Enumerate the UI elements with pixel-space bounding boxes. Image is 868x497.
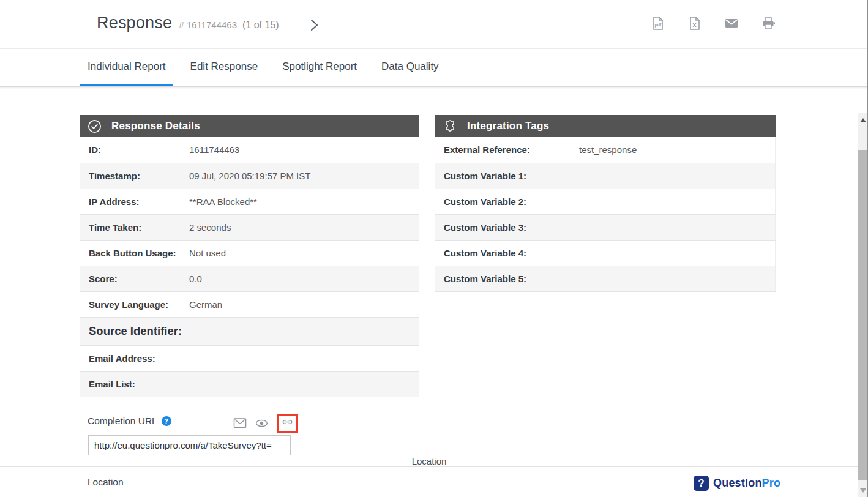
- table-row: Email Address:: [80, 345, 419, 371]
- row-label: IP Address:: [80, 189, 181, 214]
- row-value: [181, 371, 419, 397]
- table-row: Custom Variable 1:: [435, 163, 776, 189]
- email-icon[interactable]: [724, 16, 739, 31]
- row-value: 0.0: [181, 266, 419, 291]
- report-tab[interactable]: Edit Response: [183, 50, 266, 86]
- row-value: [571, 189, 776, 214]
- triangle-down-icon: [860, 488, 866, 493]
- table-row: Email List:: [80, 371, 419, 397]
- row-value: 09 Jul, 2020 05:19:57 PM IST: [181, 163, 419, 189]
- response-details-table: ID: 1611744463 Timestamp: 09 Jul, 2020 0…: [80, 137, 419, 397]
- email-url-icon[interactable]: [233, 417, 247, 429]
- row-value: 2 seconds: [181, 214, 419, 240]
- location-overlay-label: Location: [0, 456, 858, 466]
- completion-url-input[interactable]: [88, 435, 291, 455]
- table-row: Custom Variable 2:: [435, 189, 776, 214]
- scroll-up-button[interactable]: [858, 113, 868, 127]
- tab-label: Individual Report: [88, 61, 166, 73]
- table-row: External Reference: test_response: [435, 137, 776, 163]
- questionpro-logo[interactable]: ? QuestionPro: [694, 476, 780, 491]
- completion-url-actions: [233, 414, 298, 433]
- row-value: [571, 214, 776, 240]
- integration-tags-table: External Reference: test_response Custom…: [435, 137, 776, 292]
- table-row: Time Taken: 2 seconds: [80, 214, 419, 240]
- integration-tags-header: Integration Tags: [435, 115, 776, 137]
- row-value: Not used: [181, 240, 419, 266]
- table-row: Custom Variable 4:: [435, 240, 776, 266]
- row-value: test_response: [571, 137, 776, 163]
- table-row: ID: 1611744463: [80, 137, 419, 163]
- row-value: 1611744463: [181, 137, 419, 163]
- tab-label: Data Quality: [381, 61, 439, 73]
- response-id: # 1611744463: [179, 20, 237, 30]
- row-label: Custom Variable 2:: [435, 189, 571, 214]
- row-label: Email Address:: [80, 345, 181, 371]
- pdf-export-icon[interactable]: pdf: [651, 16, 665, 31]
- row-label: ID:: [80, 137, 181, 163]
- page-title: Response: [97, 13, 172, 32]
- triangle-up-icon: [860, 118, 866, 122]
- print-icon[interactable]: [761, 16, 776, 31]
- row-label: Custom Variable 5:: [435, 266, 571, 291]
- response-details-panel: Response Details ID: 1611744463 Timestam…: [80, 115, 419, 397]
- vertical-scrollbar[interactable]: [858, 113, 868, 497]
- completion-url-label: Completion URL: [88, 416, 157, 427]
- row-value: German: [181, 291, 419, 317]
- integration-tags-panel: Integration Tags External Reference: tes…: [435, 115, 776, 292]
- puzzle-icon: [443, 119, 457, 133]
- section-divider: [0, 466, 858, 467]
- panel-title: Integration Tags: [467, 120, 549, 132]
- row-label: Back Button Usage:: [80, 240, 181, 266]
- table-row: Custom Variable 5:: [435, 266, 776, 291]
- scrollbar-thumb[interactable]: [858, 150, 868, 480]
- row-value: [181, 345, 419, 371]
- row-label: External Reference:: [435, 137, 571, 163]
- row-label: Time Taken:: [80, 214, 181, 240]
- table-row: Source Identifier:: [80, 317, 419, 345]
- questionpro-logo-text: QuestionPro: [713, 477, 780, 490]
- preview-eye-icon[interactable]: [255, 418, 268, 428]
- copy-link-highlight-box[interactable]: [277, 414, 298, 433]
- row-label: Custom Variable 1:: [435, 163, 571, 189]
- table-row: Timestamp: 09 Jul, 2020 05:19:57 PM IST: [80, 163, 419, 189]
- tab-label: Edit Response: [190, 61, 258, 73]
- table-row: Back Button Usage: Not used: [80, 240, 419, 266]
- questionpro-logo-icon: ?: [694, 476, 709, 491]
- table-row: Survey Language: German: [80, 291, 419, 317]
- row-label: Email List:: [80, 371, 181, 397]
- excel-export-icon[interactable]: x: [687, 16, 702, 31]
- svg-text:x: x: [692, 21, 697, 28]
- row-label: Score:: [80, 266, 181, 291]
- row-label: Survey Language:: [80, 291, 181, 317]
- title-row: Response # 1611744463 (1 of 15): [97, 13, 279, 32]
- row-label: Timestamp:: [80, 163, 181, 189]
- row-value: [571, 240, 776, 266]
- report-tab[interactable]: Individual Report: [80, 50, 173, 86]
- next-response-button[interactable]: [307, 18, 321, 32]
- response-details-header: Response Details: [80, 115, 419, 137]
- row-value: [571, 163, 776, 189]
- chevron-right-icon: [307, 23, 321, 34]
- row-label: Source Identifier:: [80, 317, 419, 345]
- circle-check-icon: [88, 119, 102, 133]
- table-row: Custom Variable 3:: [435, 214, 776, 240]
- location-section-heading: Location: [88, 477, 124, 488]
- panel-title: Response Details: [111, 120, 200, 132]
- scroll-down-button[interactable]: [858, 484, 868, 497]
- tab-label: Spotlight Report: [282, 61, 357, 73]
- report-tab[interactable]: Spotlight Report: [275, 50, 364, 86]
- row-label: Custom Variable 3:: [435, 214, 571, 240]
- report-tab[interactable]: Data Quality: [374, 50, 446, 86]
- table-row: IP Address: **RAA Blocked**: [80, 189, 419, 214]
- completion-url-row: Completion URL ?: [88, 416, 171, 427]
- page-header: Response # 1611744463 (1 of 15) pdf x: [0, 0, 868, 49]
- row-value: [571, 266, 776, 291]
- row-value: **RAA Blocked**: [181, 189, 419, 214]
- row-label: Custom Variable 4:: [435, 240, 571, 266]
- help-icon[interactable]: ?: [162, 416, 171, 426]
- report-tabbar: Individual Report Edit Response Spotligh…: [0, 50, 868, 87]
- svg-text:pdf: pdf: [655, 23, 662, 28]
- response-count: (1 of 15): [242, 20, 279, 31]
- table-row: Score: 0.0: [80, 266, 419, 291]
- export-toolbar: pdf x: [651, 16, 776, 31]
